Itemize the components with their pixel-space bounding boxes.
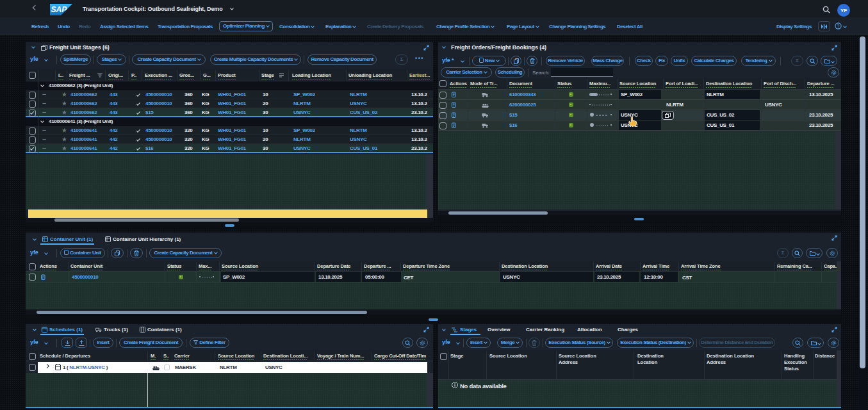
- svg-text:SAP: SAP: [51, 5, 68, 14]
- svg-text:?: ?: [837, 24, 840, 28]
